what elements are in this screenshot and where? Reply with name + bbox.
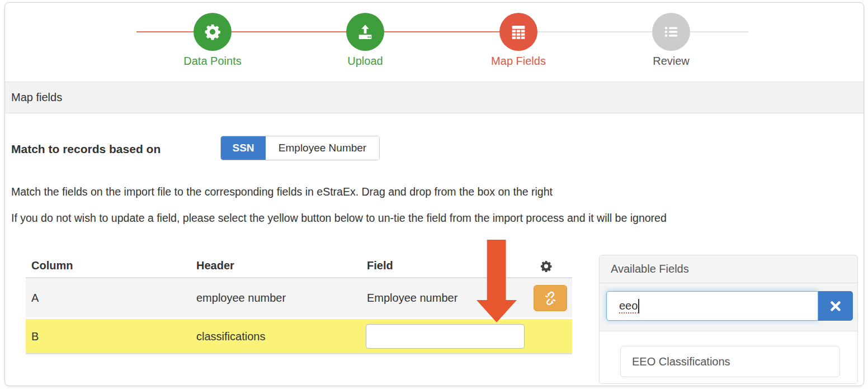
unlink-button[interactable] <box>534 285 567 311</box>
column-header-field: Field <box>367 259 393 272</box>
available-fields-title: Available Fields <box>600 255 857 283</box>
step-map-fields-circle[interactable] <box>499 13 537 51</box>
instruction-line-2: If you do not wish to update a field, pl… <box>11 209 707 227</box>
step-review-circle[interactable] <box>652 13 690 51</box>
gear-icon <box>204 23 221 41</box>
available-fields-search-section: eeo <box>600 283 857 331</box>
step-data-points-circle[interactable] <box>194 13 232 51</box>
step-map-fields-label: Map Fields <box>471 55 566 68</box>
available-field-item[interactable]: EEO Classifications <box>620 346 840 377</box>
search-group: eeo <box>606 291 853 321</box>
match-records-toggle: SSN Employee Number <box>220 136 380 160</box>
step-review-label: Review <box>624 55 719 68</box>
step-data-points-label: Data Points <box>165 55 260 68</box>
table-settings-gear-icon[interactable] <box>540 260 553 273</box>
toggle-option-employee-number[interactable]: Employee Number <box>266 136 379 160</box>
available-fields-title-text: Available Fields <box>611 263 689 275</box>
row-a-field: Employee number <box>367 292 457 305</box>
clear-search-button[interactable] <box>818 291 853 321</box>
step-review: Review <box>624 3 719 68</box>
x-icon <box>828 299 843 313</box>
import-wizard-card: Data Points Upload Map Fields <box>4 2 864 386</box>
column-header-header: Header <box>196 259 234 272</box>
table-row-highlighted[interactable]: B classifications <box>26 319 572 354</box>
instruction-line-1: Match the fields on the import file to t… <box>11 183 553 201</box>
row-b-column: B <box>31 330 39 343</box>
row-a-column: A <box>31 292 39 305</box>
section-title-bar: Map fields <box>5 82 864 113</box>
column-header-column: Column <box>31 259 73 272</box>
text-cursor <box>638 299 639 313</box>
available-fields-panel: Available Fields eeo EEO Classifications <box>599 255 858 384</box>
section-title: Map fields <box>11 91 62 104</box>
toggle-option-ssn[interactable]: SSN <box>221 136 266 160</box>
unlink-icon <box>543 291 558 306</box>
row-b-header: classifications <box>196 330 265 343</box>
available-fields-results: EEO Classifications <box>600 331 857 384</box>
table-icon <box>510 23 527 41</box>
step-map-fields: Map Fields <box>471 3 566 68</box>
field-drop-input[interactable] <box>366 324 525 349</box>
upload-icon <box>356 23 374 41</box>
step-upload-circle[interactable] <box>346 13 384 51</box>
step-data-points: Data Points <box>165 3 260 68</box>
available-fields-search-input[interactable]: eeo <box>606 291 818 321</box>
step-upload: Upload <box>318 3 413 68</box>
search-input-value: eeo <box>619 299 638 312</box>
match-records-label: Match to records based on <box>11 142 161 156</box>
step-upload-label: Upload <box>318 55 413 68</box>
list-icon <box>662 23 680 41</box>
wizard-stepper: Data Points Upload Map Fields <box>5 3 864 82</box>
row-a-header: employee number <box>196 292 286 305</box>
